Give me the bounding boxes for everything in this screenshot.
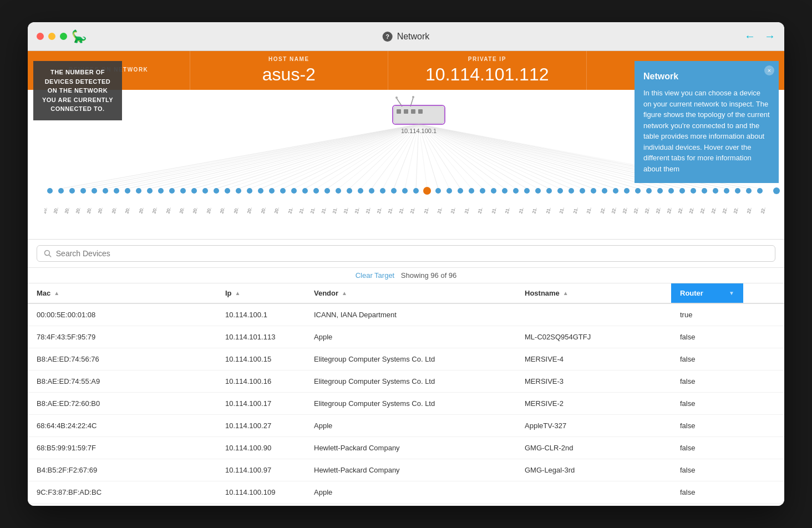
svg-line-37 bbox=[419, 124, 660, 189]
close-button[interactable] bbox=[37, 33, 44, 40]
svg-point-97 bbox=[302, 188, 308, 194]
search-input-wrap[interactable] bbox=[37, 245, 775, 262]
nav-forward-button[interactable]: → bbox=[764, 30, 775, 43]
cell-ip: 10.114.100.16 bbox=[216, 370, 305, 392]
cell-vendor: Apple bbox=[305, 481, 516, 503]
help-tooltip-body: In this view you can choose a device on … bbox=[643, 88, 770, 174]
traffic-lights bbox=[37, 33, 67, 40]
maximize-button[interactable] bbox=[60, 33, 67, 40]
table-row[interactable]: 78:4F:43:5F:95:79 10.114.101.113 Apple M… bbox=[28, 326, 784, 348]
svg-line-42 bbox=[72, 124, 419, 189]
col-router[interactable]: Router ▼ bbox=[671, 283, 743, 303]
cell-mac: B8:AE:ED:72:60:B0 bbox=[28, 393, 216, 414]
svg-point-102 bbox=[358, 188, 363, 194]
svg-point-122 bbox=[580, 188, 585, 194]
svg-point-98 bbox=[313, 188, 319, 194]
table-row[interactable]: 68:64:4B:24:22:4C 10.114.100.27 Apple Ap… bbox=[28, 415, 784, 437]
svg-point-133 bbox=[702, 188, 707, 194]
svg-point-86 bbox=[180, 188, 186, 194]
help-icon[interactable]: ? bbox=[383, 32, 393, 42]
svg-point-121 bbox=[569, 188, 574, 194]
table-row[interactable]: 00:00:5E:00:01:08 10.114.100.1 ICANN, IA… bbox=[28, 304, 784, 326]
svg-rect-0 bbox=[394, 106, 444, 123]
private-ip-value: 10.114.101.112 bbox=[425, 64, 549, 85]
help-tooltip-title: Network bbox=[643, 70, 770, 83]
minimize-button[interactable] bbox=[48, 33, 55, 40]
svg-point-75 bbox=[58, 188, 64, 194]
col-mac-label: Mac bbox=[37, 289, 50, 297]
cell-vendor: Hewlett-Packard Company bbox=[305, 437, 516, 459]
svg-point-96 bbox=[291, 188, 297, 194]
table-row[interactable]: 9C:F3:87:BF:AD:BC 10.114.100.109 Apple f… bbox=[28, 481, 784, 504]
help-tooltip-close-button[interactable]: × bbox=[764, 65, 774, 75]
svg-point-131 bbox=[679, 188, 685, 194]
search-input[interactable] bbox=[56, 249, 768, 258]
table-area: Clear Target Showing 96 of 96 Mac ▲ Ip ▲… bbox=[28, 268, 784, 506]
cell-ip: 10.114.100.17 bbox=[216, 393, 305, 414]
svg-point-112 bbox=[469, 188, 474, 194]
svg-point-90 bbox=[225, 188, 230, 194]
svg-point-77 bbox=[80, 188, 86, 194]
table-row[interactable]: 68:B5:99:91:59:7F 10.114.100.90 Hewlett-… bbox=[28, 437, 784, 459]
cell-router: true bbox=[671, 304, 743, 326]
svg-point-87 bbox=[191, 188, 197, 194]
svg-point-91 bbox=[236, 188, 241, 194]
svg-line-47 bbox=[183, 124, 419, 189]
window-title: Network bbox=[397, 32, 430, 42]
svg-point-124 bbox=[602, 188, 607, 194]
svg-line-16 bbox=[194, 124, 419, 189]
cell-vendor: Elitegroup Computer Systems Co. Ltd bbox=[305, 393, 516, 414]
cell-router: false bbox=[671, 437, 743, 459]
private-ip-label: PRIVATE IP bbox=[468, 56, 506, 62]
router-sort-icon: ▼ bbox=[729, 290, 734, 296]
table-row[interactable]: B8:AE:ED:74:55:A9 10.114.100.16 Elitegro… bbox=[28, 370, 784, 393]
cell-router: false bbox=[671, 326, 743, 348]
nav-back-button[interactable]: ← bbox=[744, 30, 755, 43]
svg-point-105 bbox=[391, 188, 397, 194]
svg-point-111 bbox=[458, 188, 463, 194]
svg-point-125 bbox=[613, 188, 618, 194]
svg-rect-4 bbox=[418, 109, 423, 114]
table-row[interactable]: B8:AE:ED:72:60:B0 10.114.100.17 Elitegro… bbox=[28, 393, 784, 415]
svg-point-103 bbox=[369, 188, 374, 194]
clear-target-button[interactable]: Clear Target bbox=[356, 271, 395, 280]
private-ip-section: PRIVATE IP 10.114.101.112 bbox=[388, 51, 586, 90]
cell-vendor: Hewlett-Packard Company bbox=[305, 459, 516, 481]
cell-router: false bbox=[671, 481, 743, 503]
search-bar bbox=[28, 240, 784, 268]
table-row[interactable]: 98:01:A7:9B:02:45 10.114.100.112 Apple M… bbox=[28, 504, 784, 506]
svg-point-123 bbox=[591, 188, 596, 194]
svg-point-76 bbox=[69, 188, 75, 194]
cell-router: false bbox=[671, 504, 743, 506]
col-vendor[interactable]: Vendor ▲ bbox=[305, 283, 516, 303]
svg-line-67 bbox=[419, 124, 627, 189]
table-row[interactable]: B8:AE:ED:74:56:76 10.114.100.15 Elitegro… bbox=[28, 348, 784, 370]
svg-rect-2 bbox=[404, 109, 408, 114]
svg-point-88 bbox=[202, 188, 208, 194]
col-ip[interactable]: Ip ▲ bbox=[216, 283, 305, 303]
cell-mac: B4:B5:2F:F2:67:69 bbox=[28, 459, 216, 481]
cell-hostname: MERSIVE-3 bbox=[516, 370, 671, 392]
cell-ip: 10.114.100.112 bbox=[216, 504, 305, 506]
cell-vendor: Elitegroup Computer Systems Co. Ltd bbox=[305, 348, 516, 370]
col-mac[interactable]: Mac ▲ bbox=[28, 283, 216, 303]
svg-line-141 bbox=[49, 255, 50, 256]
svg-line-10 bbox=[61, 124, 419, 189]
col-hostname[interactable]: Hostname ▲ bbox=[516, 283, 671, 303]
cell-hostname: MERSIVE-4 bbox=[516, 348, 671, 370]
help-tooltip: × Network In this view you can choose a … bbox=[635, 61, 779, 183]
cell-vendor: Elitegroup Computer Systems Co. Ltd bbox=[305, 370, 516, 392]
table-row[interactable]: B4:B5:2F:F2:67:69 10.114.100.97 Hewlett-… bbox=[28, 459, 784, 481]
cell-mac: 68:B5:99:91:59:7F bbox=[28, 437, 216, 459]
svg-point-95 bbox=[280, 188, 286, 194]
svg-point-109 bbox=[435, 188, 441, 194]
cell-router: false bbox=[671, 459, 743, 481]
svg-line-20 bbox=[283, 124, 419, 189]
network-dots[interactable] bbox=[47, 187, 780, 195]
col-ip-label: Ip bbox=[225, 289, 232, 297]
svg-line-48 bbox=[205, 124, 419, 189]
cell-hostname: MERSIVE-2 bbox=[516, 393, 671, 414]
ip-sort-icon: ▲ bbox=[235, 290, 241, 296]
titlebar-nav: ← → bbox=[744, 30, 775, 43]
svg-line-23 bbox=[349, 124, 419, 189]
